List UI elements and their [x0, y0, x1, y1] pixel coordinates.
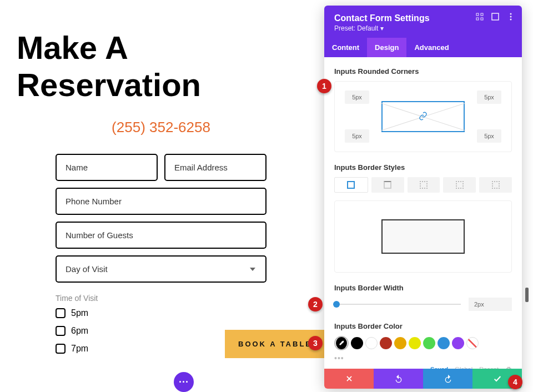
border-all-icon [347, 181, 355, 189]
time-label: Time of Visit [17, 289, 305, 306]
phone-number: (255) 352-6258 [17, 119, 305, 136]
corner-br-input[interactable]: 5px [477, 129, 501, 143]
caret-down-icon [250, 268, 255, 271]
kebab-icon[interactable] [506, 12, 515, 21]
border-width-title: Inputs Border Width [334, 284, 512, 292]
time-option-label: 7pm [71, 344, 88, 354]
svg-point-7 [510, 19, 512, 21]
color-swatch[interactable] [409, 337, 421, 349]
page-preview: Make A Reservation (255) 352-6258 Name E… [0, 0, 322, 359]
panel-preset[interactable]: Preset: Default ▾ [334, 24, 512, 32]
close-icon [345, 375, 353, 383]
border-top-icon [384, 181, 391, 189]
color-swatch[interactable] [452, 337, 464, 349]
time-option-label: 5pm [71, 308, 88, 318]
checkbox-icon [56, 326, 66, 336]
undo-icon [394, 374, 403, 383]
svg-rect-2 [476, 18, 479, 20]
guests-field[interactable]: Number of Guests [56, 222, 266, 249]
border-preview-box [381, 219, 465, 254]
svg-rect-1 [481, 13, 483, 16]
color-swatch[interactable] [423, 337, 435, 349]
checkbox-icon [56, 308, 66, 318]
border-side-right[interactable] [408, 177, 440, 193]
svg-rect-4 [492, 13, 499, 20]
redo-icon [444, 374, 452, 383]
corners-link-button[interactable] [381, 101, 465, 132]
tab-content[interactable]: Content [324, 38, 367, 57]
scrollbar-pip[interactable] [525, 288, 529, 302]
svg-rect-0 [476, 13, 479, 16]
border-width-input[interactable]: 2px [469, 298, 512, 311]
callout-badge: 1 [317, 79, 331, 93]
border-right-icon [420, 181, 428, 189]
color-swatch[interactable] [438, 337, 450, 349]
border-side-bottom[interactable] [443, 177, 476, 193]
panel-header: Contact Form Settings Preset: Default ▾ [324, 6, 522, 38]
page-title: Make A Reservation [17, 29, 305, 103]
border-side-all[interactable] [334, 177, 368, 193]
svg-rect-3 [481, 18, 483, 20]
color-swatch[interactable] [365, 337, 378, 349]
color-swatch-none[interactable] [466, 337, 479, 349]
day-select[interactable]: Day of Visit [56, 255, 266, 283]
corner-bl-input[interactable]: 5px [345, 129, 369, 143]
color-swatch[interactable] [394, 337, 406, 349]
corner-tr-input[interactable]: 5px [477, 91, 501, 104]
border-width-slider[interactable] [334, 304, 461, 305]
slider-thumb[interactable] [333, 301, 340, 308]
phone-field[interactable]: Phone Number [56, 188, 266, 215]
email-field[interactable]: Email Address [164, 154, 266, 181]
name-field[interactable]: Name [56, 154, 158, 181]
time-option-label: 6pm [71, 326, 88, 336]
panel-tabs: Content Design Advanced [324, 38, 522, 57]
eyedropper-icon [338, 340, 345, 346]
day-select-label: Day of Visit [66, 264, 108, 274]
page-fab-button[interactable]: ··· [174, 372, 194, 392]
tab-design[interactable]: Design [367, 38, 406, 57]
color-more-icon[interactable]: ••• [334, 354, 512, 363]
border-bottom-icon [456, 181, 464, 189]
color-swatch[interactable] [351, 337, 363, 349]
corners-control: 5px 5px 5px 5px [334, 81, 512, 152]
settings-panel: Contact Form Settings Preset: Default ▾ … [324, 6, 522, 389]
border-side-top[interactable] [371, 177, 404, 193]
link-icon [419, 112, 428, 122]
discard-button[interactable] [324, 369, 374, 389]
undo-button[interactable] [374, 369, 423, 389]
callout-badge: 3 [308, 336, 323, 350]
expand-icon[interactable] [491, 12, 500, 21]
checkbox-icon [56, 344, 66, 354]
color-swatch-selected[interactable] [334, 336, 349, 350]
border-styles-title: Inputs Border Styles [334, 163, 512, 172]
border-style-tabs [334, 177, 512, 193]
border-preview [334, 200, 512, 273]
svg-point-6 [510, 16, 512, 18]
border-side-left[interactable] [479, 177, 512, 193]
time-option[interactable]: 5pm [17, 306, 305, 320]
callout-badge: 4 [508, 375, 522, 389]
corners-title: Inputs Rounded Corners [334, 67, 512, 76]
svg-point-5 [510, 13, 512, 15]
drag-icon[interactable] [475, 12, 484, 21]
panel-footer [324, 369, 522, 389]
panel-body: Inputs Rounded Corners 5px 5px 5px 5px I… [324, 57, 522, 389]
color-swatches [334, 336, 512, 350]
callout-badge: 2 [308, 297, 323, 311]
tab-advanced[interactable]: Advanced [406, 38, 456, 57]
check-icon [493, 374, 502, 383]
color-swatch[interactable] [380, 337, 392, 349]
redo-button[interactable] [423, 369, 472, 389]
corner-tl-input[interactable]: 5px [345, 91, 369, 104]
border-color-title: Inputs Border Color [334, 322, 512, 330]
border-left-icon [492, 181, 500, 189]
